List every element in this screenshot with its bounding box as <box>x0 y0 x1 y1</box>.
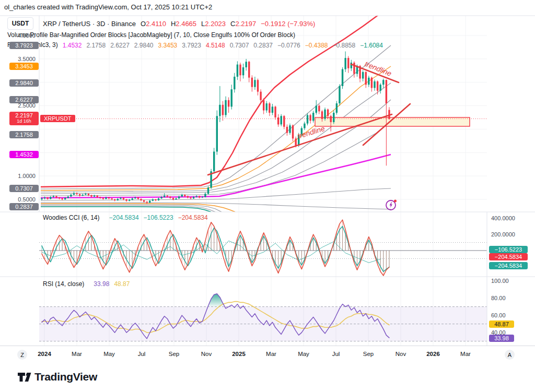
cci-axis-badge: −106.5223 <box>489 246 528 253</box>
time-axis-label: May <box>298 351 309 357</box>
cci-axis-label: 200.0000 <box>491 231 515 237</box>
time-axis-label: Mar <box>460 351 471 357</box>
footer: TradingView <box>0 363 535 392</box>
time-axis-label: Mar <box>266 351 276 357</box>
rsi-axis-badge: 48.87 <box>489 320 514 328</box>
time-axis-label: Jul <box>332 351 340 357</box>
cci-value: −106.5223 <box>144 214 173 221</box>
price-axis-badge: 0.7307 <box>9 185 39 192</box>
close-value: C2.2197 <box>230 20 256 28</box>
indicator-row-fbb[interactable]: FBB (200, hlc3, 3) 1.45322.17582.62272.9… <box>7 40 383 50</box>
fbb-value: 2.9840 <box>134 42 154 49</box>
fbb-value: 0.7307 <box>230 42 249 49</box>
flash-alert-icon[interactable] <box>385 198 398 211</box>
rsi-axis-label: 100.00 <box>491 278 509 284</box>
price-axis-label: 4.0000 <box>18 32 36 39</box>
low-value: L2.2023 <box>201 20 226 28</box>
time-axis-label: Nov <box>396 351 406 357</box>
price-axis-badge: 3.7923 <box>9 42 39 49</box>
time-axis-label: Sep <box>169 351 179 357</box>
time-axis[interactable]: Z A 2024MarMayJulSepNov2025MarMayJulSepN… <box>0 346 535 363</box>
price-axis-label: 3.5000 <box>18 56 36 62</box>
price-axis-badge: 2.6227 <box>9 96 39 103</box>
rsi-values: 33.9848.87 <box>89 280 130 288</box>
time-axis-label: May <box>103 351 115 357</box>
fbb-value: −1.6084 <box>360 42 383 49</box>
rsi-axis-label: 80.00 <box>491 295 506 301</box>
fbb-value: 4.5148 <box>206 42 225 49</box>
rsi-axis-badge: 33.98 <box>489 335 514 342</box>
fbb-value: 2.1758 <box>86 42 106 49</box>
currency-chip[interactable]: USDT <box>7 17 33 30</box>
time-axis-label: 2026 <box>426 351 440 357</box>
time-axis-label: 2024 <box>38 351 51 357</box>
rsi-pane-title[interactable]: RSI (14, close)33.9848.87 <box>43 280 130 288</box>
indicator-row-volume-profile[interactable]: Volume Profile Bar-Magnified Order Block… <box>7 31 383 39</box>
rsi-value: 33.98 <box>94 280 109 288</box>
rsi-axis-label: 60.00 <box>491 312 506 318</box>
fbb-value: −0.8858 <box>332 42 355 49</box>
cci-value: −204.5834 <box>109 214 139 221</box>
time-axis-label: Nov <box>201 351 212 357</box>
price-axis-badge: 2.9840 <box>9 79 39 87</box>
price-axis-badge: 2.1758 <box>9 131 39 138</box>
price-axis-badge: 3.3453 <box>9 63 39 70</box>
fbb-value: 3.3453 <box>158 42 178 49</box>
open-value: O2.4110 <box>141 20 166 28</box>
fbb-value: 1.4532 <box>63 42 82 49</box>
fbb-value: −0.0776 <box>277 42 300 49</box>
time-axis-label: Jul <box>138 351 146 357</box>
symbol-price-label: XRPUSDT <box>40 115 75 122</box>
tradingview-logo-icon[interactable] <box>17 372 32 383</box>
price-axis-label: 0.5000 <box>18 196 36 203</box>
scroll-left-button[interactable]: Z <box>17 350 27 360</box>
cci-axis-badge: −204.5834 <box>489 262 528 269</box>
cci-pane-title[interactable]: Woodies CCI (6, 14)−204.5834−106.5223−20… <box>43 214 208 221</box>
symbol-title: XRP / TetherUS · 3D · Binance <box>43 20 136 28</box>
current-price-badge: 2.2197 1d 16h <box>9 112 39 125</box>
price-axis-badge: 1.4532 <box>9 151 39 158</box>
price-axis-label: 1.0000 <box>18 173 36 179</box>
scroll-right-button[interactable]: A <box>505 350 515 360</box>
fbb-value: 2.6227 <box>110 42 130 49</box>
fbb-values: 1.45322.17582.62272.98403.34533.79234.51… <box>58 40 383 50</box>
tradingview-wordmark[interactable]: TradingView <box>34 371 97 383</box>
cci-value: −204.5834 <box>178 214 208 221</box>
chart-legend: USDT XRP / TetherUS · 3D · Binance O2.41… <box>7 17 383 51</box>
price-axis-badge: 0.2837 <box>9 203 39 210</box>
time-axis-label: Sep <box>363 351 374 357</box>
cci-values: −204.5834−106.5223−204.5834 <box>104 214 208 221</box>
fbb-value: 3.7923 <box>182 42 201 49</box>
cci-axis-badge: −204.5834 <box>489 253 528 260</box>
fbb-value: −0.4388 <box>305 42 328 49</box>
high-value: H2.4665 <box>171 20 196 28</box>
change-value: −0.1912 (−7.93%) <box>261 20 315 28</box>
time-axis-label: 2025 <box>232 351 246 357</box>
rsi-value: 48.87 <box>114 280 130 288</box>
fbb-value: 0.2837 <box>253 42 273 49</box>
symbol-row[interactable]: USDT XRP / TetherUS · 3D · Binance O2.41… <box>7 17 383 30</box>
time-axis-label: Mar <box>72 351 82 357</box>
tradingview-published-chart: ol_charles created with TradingView.com,… <box>0 0 535 392</box>
bar-countdown: 1d 16h <box>13 118 36 124</box>
chart-canvas[interactable]: trendlinetrendline <box>0 0 535 392</box>
cci-axis-label: 400.0000 <box>491 215 515 221</box>
